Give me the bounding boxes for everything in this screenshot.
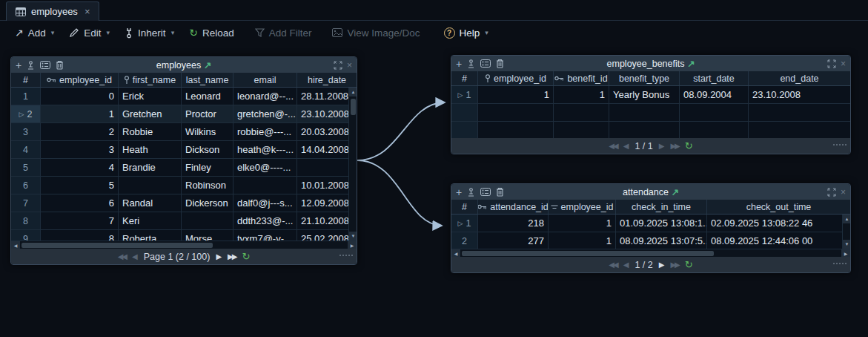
row-number[interactable]: 5 [11, 159, 41, 177]
insert-row-icon[interactable]: + [16, 59, 21, 71]
row-number[interactable] [451, 122, 478, 138]
cell-employee-id[interactable]: 1 [41, 105, 119, 123]
structure-icon[interactable] [467, 188, 475, 197]
table-row[interactable]: ▷1 1 1 Yearly Bonus 08.09.2004 23.10.200… [451, 86, 850, 104]
cell-hire-date[interactable]: 14.04.2008 [297, 141, 357, 159]
table-row[interactable]: 7 6 Randal Dickerson dalf0@j---s... 12.0… [11, 194, 357, 212]
column-header[interactable]: # [451, 200, 478, 214]
prev-page-button[interactable]: ◀ [623, 261, 629, 269]
cell-employee-id[interactable]: 3 [41, 141, 119, 159]
cell-employee-id[interactable]: 1 [549, 232, 616, 249]
resize-grip[interactable] [833, 144, 847, 145]
cell-check-out-time[interactable]: 08.09.2025 12:44:06 00 [707, 232, 850, 249]
cell-email[interactable]: heath@k---... [233, 141, 297, 159]
table-row[interactable]: 3 2 Robbie Wilkins robbie@---... 20.03.2… [11, 123, 357, 141]
column-header[interactable]: employee_id [41, 73, 119, 87]
cell-email[interactable]: gretchen@-... [233, 105, 297, 123]
cell-hire-date[interactable] [297, 159, 357, 177]
form-view-icon[interactable] [40, 61, 50, 69]
cell-first-name[interactable]: Brandie [119, 159, 182, 177]
cell-email[interactable]: elke0@----... [233, 159, 297, 177]
cell-employee-id[interactable]: 1 [549, 215, 616, 232]
cell-last-name[interactable] [182, 212, 233, 230]
column-header[interactable]: benefit_id [554, 71, 609, 85]
row-number[interactable]: 3 [11, 123, 41, 141]
cell-first-name[interactable]: Roberta [119, 230, 182, 241]
first-page-button[interactable]: ◀◀ [609, 261, 617, 269]
maximize-icon[interactable] [334, 61, 342, 70]
cell-email[interactable]: tyxm7@-v-... [233, 230, 297, 241]
row-number[interactable]: 9 [11, 230, 41, 241]
cell-employee-id[interactable] [478, 122, 554, 138]
last-page-button[interactable]: ▶▶ [670, 261, 678, 269]
table-row-empty[interactable] [451, 122, 850, 138]
cell-benefit-type[interactable]: Yearly Bonus [609, 86, 680, 104]
next-page-button[interactable]: ▶ [216, 252, 222, 261]
next-page-button[interactable]: ▶ [659, 142, 665, 150]
cell-first-name[interactable] [119, 177, 182, 194]
refresh-icon[interactable]: ↻ [685, 140, 693, 151]
add-button[interactable]: ↗ Add▾ [10, 25, 59, 41]
form-view-icon[interactable] [480, 59, 491, 68]
cell-benefit-type[interactable] [609, 122, 680, 138]
cell-last-name[interactable]: Dickerson [182, 194, 233, 212]
column-header[interactable]: first_name [119, 73, 182, 87]
cell-employee-id[interactable]: 0 [41, 88, 119, 105]
next-page-button[interactable]: ▶ [659, 261, 665, 269]
scroll-down-icon[interactable]: ▼ [349, 232, 357, 241]
table-row[interactable]: 4 3 Heath Dickson heath@k---... 14.04.20… [11, 141, 357, 159]
cell-hire-date[interactable]: 23.10.2008 [297, 105, 357, 123]
cell-last-name[interactable]: Robinson [182, 177, 233, 194]
refresh-icon[interactable]: ↻ [242, 251, 250, 262]
table-row[interactable]: 2 277 1 08.09.2025 13:07:5... 08.09.2025… [451, 232, 850, 249]
help-button[interactable]: ? Help▾ [440, 25, 493, 41]
column-header[interactable]: attendance_id [478, 200, 549, 214]
row-number[interactable]: 2 [451, 232, 478, 249]
cell-last-name[interactable]: Morse [182, 230, 233, 241]
row-number[interactable]: ▷1 [451, 86, 478, 104]
horizontal-scrollbar[interactable]: ◀ ▶ [451, 249, 850, 257]
cell-hire-date[interactable]: 28.11.2008 [297, 88, 357, 105]
scroll-up-icon[interactable]: ▲ [843, 215, 850, 223]
table-row[interactable]: 9 8 Roberta Morse tyxm7@-v-... 25.02.200… [11, 230, 357, 241]
cell-last-name[interactable]: Leonard [182, 88, 233, 105]
cell-employee-id[interactable]: 6 [41, 194, 119, 212]
cell-first-name[interactable]: Robbie [119, 123, 182, 141]
delete-row-icon[interactable] [496, 187, 504, 197]
resize-grip[interactable] [339, 255, 353, 256]
close-panel-icon[interactable]: × [841, 187, 846, 197]
cell-start-date[interactable]: 08.09.2004 [680, 86, 749, 104]
table-row[interactable]: ▷1 218 1 01.09.2025 13:08:1... 02.09.202… [451, 215, 850, 232]
cell-last-name[interactable]: Wilkins [182, 123, 233, 141]
close-panel-icon[interactable]: × [347, 60, 352, 71]
delete-row-icon[interactable] [56, 60, 64, 70]
column-header[interactable]: check_out_time [707, 200, 850, 214]
cell-hire-date[interactable]: 20.03.2008 [297, 123, 357, 141]
column-header[interactable]: employee_id [478, 71, 554, 85]
cell-start-date[interactable] [680, 122, 749, 138]
cell-employee-id[interactable]: 5 [41, 177, 119, 194]
cell-last-name[interactable]: Proctor [182, 105, 233, 123]
row-number[interactable]: ▷1 [451, 215, 478, 232]
row-number[interactable]: ▷2 [11, 105, 41, 123]
row-number[interactable]: 8 [11, 212, 41, 230]
maximize-icon[interactable] [827, 59, 836, 68]
cell-last-name[interactable]: Dickson [182, 141, 233, 159]
first-page-button[interactable]: ◀◀ [609, 142, 617, 150]
inherit-button[interactable]: Inherit▾ [120, 25, 179, 41]
column-header[interactable]: # [451, 71, 478, 85]
edit-button[interactable]: Edit▾ [64, 25, 114, 41]
horizontal-scrollbar[interactable]: ◀ ▶ [11, 241, 357, 249]
insert-row-icon[interactable]: + [456, 58, 462, 70]
reload-button[interactable]: ↻ Reload [185, 25, 239, 41]
last-page-button[interactable]: ▶▶ [670, 142, 678, 150]
view-image-doc-button[interactable]: View Image/Doc [328, 25, 424, 41]
column-header[interactable]: end_date [749, 71, 850, 85]
cell-first-name[interactable]: Randal [119, 194, 182, 212]
column-header[interactable]: hire_date [297, 73, 357, 87]
cell-email[interactable]: ddth233@-... [233, 212, 297, 230]
cell-employee-id[interactable]: 4 [41, 159, 119, 177]
table-row-empty[interactable] [451, 104, 850, 122]
scroll-down-icon[interactable]: ▼ [843, 240, 850, 249]
cell-end-date[interactable] [749, 122, 850, 138]
